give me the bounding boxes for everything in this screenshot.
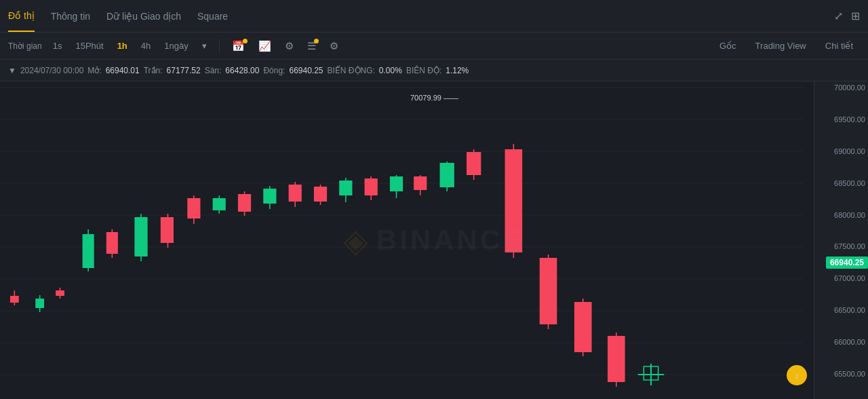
price-66000: 66000.00 xyxy=(834,338,865,346)
price-69500: 69500.00 xyxy=(834,115,865,124)
ohlc-open-value: 66940.01 xyxy=(106,66,140,75)
interval-1s[interactable]: 1s xyxy=(47,38,68,54)
svg-rect-15 xyxy=(56,290,64,296)
svg-rect-19 xyxy=(106,232,118,254)
price-68000: 68000.00 xyxy=(834,211,865,219)
svg-rect-13 xyxy=(35,299,44,308)
view-chitiet-btn[interactable]: Chi tiết xyxy=(818,38,860,54)
svg-rect-45 xyxy=(440,163,454,187)
interval-1ngay[interactable]: 1ngày xyxy=(159,38,193,54)
interval-15phut[interactable]: 15Phút xyxy=(70,38,108,54)
price-69000: 69000.00 xyxy=(834,147,865,155)
chart-container[interactable]: ◈ BINANCE 70079.99 —— 66428.00 —— xyxy=(0,81,868,399)
svg-rect-51 xyxy=(540,258,557,324)
price-67000: 67000.00 xyxy=(834,274,865,282)
price-axis: 70000.00 69500.00 69000.00 68500.00 6800… xyxy=(814,81,868,399)
current-price-badge: 66940.25 xyxy=(826,256,868,269)
calendar-icon-btn[interactable]: 📅 xyxy=(226,37,250,55)
time-label: Thời gian xyxy=(8,41,42,51)
svg-rect-25 xyxy=(187,198,200,218)
bottom-float-btn[interactable]: ♪ xyxy=(787,365,807,385)
svg-rect-23 xyxy=(161,217,174,243)
nav-item-dothi[interactable]: Đồ thị xyxy=(8,1,35,32)
svg-rect-47 xyxy=(467,152,481,175)
svg-rect-33 xyxy=(289,185,302,202)
svg-rect-27 xyxy=(213,198,226,210)
nav-right: ⤢ ⊞ xyxy=(834,10,860,22)
ohlc-low-label: Sàn: xyxy=(205,66,222,75)
nav-item-thongtin[interactable]: Thông tin xyxy=(51,1,90,31)
price-annotation-high: 70079.99 —— xyxy=(410,94,458,102)
interval-1h[interactable]: 1h xyxy=(112,38,133,54)
svg-rect-21 xyxy=(134,217,147,256)
ohlc-toggle[interactable]: ▼ xyxy=(8,66,16,75)
chart-type-btn[interactable]: 📈 xyxy=(253,37,277,55)
interval-dropdown[interactable]: ▾ xyxy=(197,38,212,54)
toolbar-divider-1 xyxy=(219,39,220,53)
settings-btn[interactable]: ☰ xyxy=(302,37,321,55)
ohlc-close-label: Đóng: xyxy=(263,66,285,75)
gear-icon: ⚙ xyxy=(330,40,338,52)
ohlc-range-value: 1.12% xyxy=(446,66,469,75)
svg-rect-49 xyxy=(505,149,523,252)
svg-rect-55 xyxy=(608,336,625,382)
toolbar-right: Gốc Trading View Chi tiết xyxy=(713,38,860,54)
ohlc-bar: ▼ 2024/07/30 00:00 Mở: 66940.01 Trần: 67… xyxy=(0,60,868,81)
ohlc-date: 2024/07/30 00:00 xyxy=(20,66,83,75)
price-70000: 70000.00 xyxy=(834,83,865,92)
price-66500: 66500.00 xyxy=(834,306,865,314)
svg-rect-17 xyxy=(83,234,94,268)
nav-item-square[interactable]: Square xyxy=(197,1,228,31)
svg-rect-43 xyxy=(414,176,427,190)
indicators-icon: ⚙ xyxy=(285,40,294,52)
ohlc-low-value: 66428.00 xyxy=(225,66,259,75)
ohlc-change-value: 0.00% xyxy=(379,66,402,75)
ohlc-high-value: 67177.52 xyxy=(167,66,201,75)
view-tradingview-btn[interactable]: Trading View xyxy=(749,38,813,54)
svg-rect-37 xyxy=(339,180,352,195)
svg-rect-11 xyxy=(10,296,19,303)
toolbar: Thời gian 1s 15Phút 1h 4h 1ngày ▾ 📅 📈 ⚙ … xyxy=(0,33,868,60)
chart-line-icon: 📈 xyxy=(258,40,271,52)
expand-icon[interactable]: ⤢ xyxy=(834,10,843,22)
price-65500: 65500.00 xyxy=(834,370,865,378)
svg-rect-31 xyxy=(263,189,276,204)
svg-rect-41 xyxy=(390,176,403,191)
svg-rect-29 xyxy=(238,194,251,212)
ohlc-range-label: BIÊN ĐỘ: xyxy=(406,66,441,75)
ohlc-close-value: 66940.25 xyxy=(289,66,323,75)
interval-4h[interactable]: 4h xyxy=(136,38,156,54)
top-nav: Đồ thị Thông tin Dữ liệu Giao dịch Squar… xyxy=(0,0,868,33)
ohlc-open-label: Mở: xyxy=(87,66,101,75)
candlestick-chart xyxy=(0,81,868,399)
gear-btn[interactable]: ⚙ xyxy=(324,37,344,55)
svg-rect-35 xyxy=(314,187,327,202)
ohlc-high-label: Trần: xyxy=(144,66,163,75)
price-67500: 67500.00 xyxy=(834,242,865,250)
ohlc-change-label: BIẾN ĐỘNG: xyxy=(328,66,375,75)
nav-item-dulieu[interactable]: Dữ liệu Giao dịch xyxy=(106,1,181,31)
svg-rect-53 xyxy=(574,302,592,352)
view-goc-btn[interactable]: Gốc xyxy=(713,38,743,54)
layout-icon[interactable]: ⊞ xyxy=(851,10,860,22)
price-68500: 68500.00 xyxy=(834,179,865,187)
nav-left: Đồ thị Thông tin Dữ liệu Giao dịch Squar… xyxy=(8,1,228,32)
settings-badge xyxy=(314,39,319,43)
indicators-btn[interactable]: ⚙ xyxy=(279,37,299,55)
calendar-badge xyxy=(243,39,248,43)
svg-rect-39 xyxy=(365,178,378,195)
